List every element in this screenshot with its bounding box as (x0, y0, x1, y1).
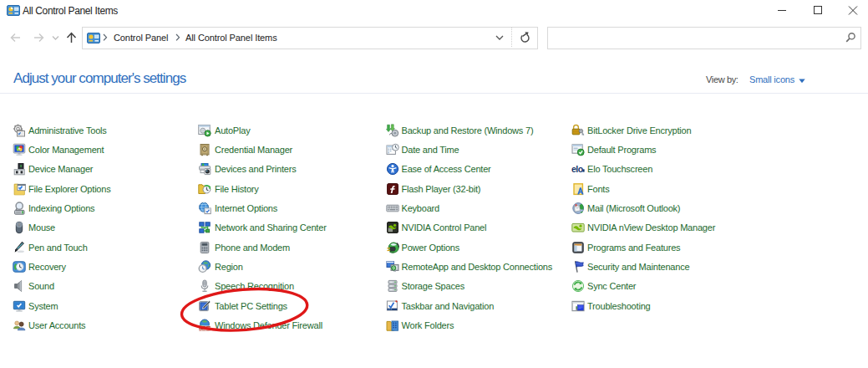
svg-text:elo: elo (571, 164, 583, 174)
